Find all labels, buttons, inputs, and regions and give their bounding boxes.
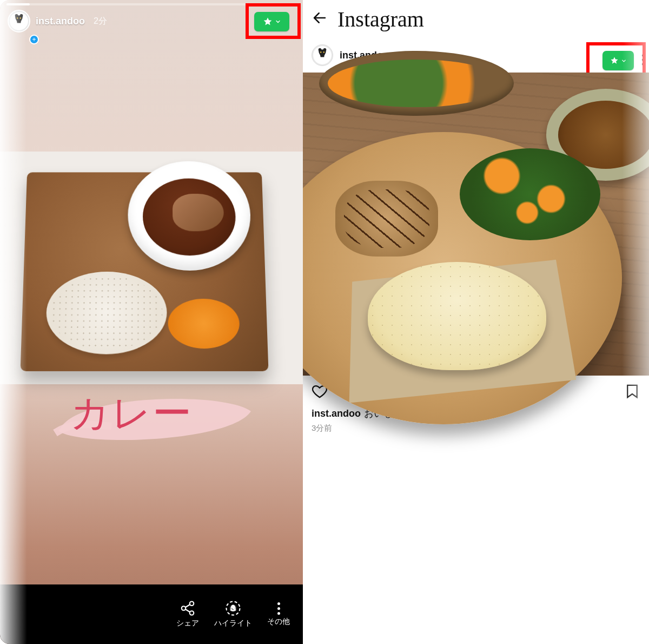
highlight-label: ハイライト xyxy=(214,619,252,628)
food-board xyxy=(21,172,269,371)
highlight-button[interactable]: ハイライト xyxy=(214,600,252,628)
svg-point-4 xyxy=(20,17,21,18)
more-label: その他 xyxy=(267,617,290,627)
feed-screen: Instagram inst.andoo xyxy=(303,0,649,644)
share-button[interactable]: シェア xyxy=(176,600,199,628)
roasted-potatoes xyxy=(335,181,438,257)
highlight-icon xyxy=(225,600,241,616)
side-salad xyxy=(460,148,600,240)
story-progress-fill xyxy=(6,3,30,5)
annotation-highlight-box xyxy=(246,3,301,39)
post-photo[interactable] xyxy=(303,73,649,376)
svg-point-12 xyxy=(323,48,327,51)
avatar[interactable] xyxy=(312,44,333,66)
story-header: + inst.andoo 2分 xyxy=(8,10,107,32)
svg-point-7 xyxy=(190,611,194,615)
story-screen: + inst.andoo 2分 カレー シェア xyxy=(0,0,303,644)
svg-point-5 xyxy=(190,602,194,606)
more-dots-icon xyxy=(277,602,280,615)
arrow-left-icon xyxy=(312,10,328,26)
story-bottom-bar: シェア ハイライト その他 xyxy=(0,584,303,644)
instagram-logo[interactable]: Instagram xyxy=(337,6,424,32)
cheese-bread xyxy=(368,262,546,370)
save-button[interactable] xyxy=(624,383,640,399)
background-salad-plate xyxy=(319,51,514,116)
caption-username[interactable]: inst.andoo xyxy=(312,408,361,419)
svg-point-3 xyxy=(17,17,18,18)
curry-bowl xyxy=(128,161,252,271)
back-button[interactable] xyxy=(312,10,328,28)
share-icon xyxy=(180,600,196,616)
story-caption-text: カレー xyxy=(70,387,193,439)
story-username[interactable]: inst.andoo xyxy=(36,16,85,27)
svg-point-13 xyxy=(320,51,321,52)
svg-point-6 xyxy=(182,606,186,610)
svg-point-2 xyxy=(20,14,23,17)
add-story-plus-badge[interactable]: + xyxy=(29,35,39,44)
share-label: シェア xyxy=(176,619,199,628)
story-time-label: 2分 xyxy=(94,16,107,27)
svg-point-14 xyxy=(323,51,325,52)
avatar[interactable] xyxy=(8,10,30,32)
svg-point-1 xyxy=(15,14,18,17)
svg-point-11 xyxy=(319,48,322,51)
rice-pile xyxy=(45,272,167,354)
story-photo[interactable] xyxy=(0,152,303,384)
more-button[interactable]: その他 xyxy=(267,602,290,627)
feed-top-bar: Instagram xyxy=(303,0,649,38)
post-time-label: 3分前 xyxy=(303,420,649,433)
carrot-shred xyxy=(168,299,240,349)
